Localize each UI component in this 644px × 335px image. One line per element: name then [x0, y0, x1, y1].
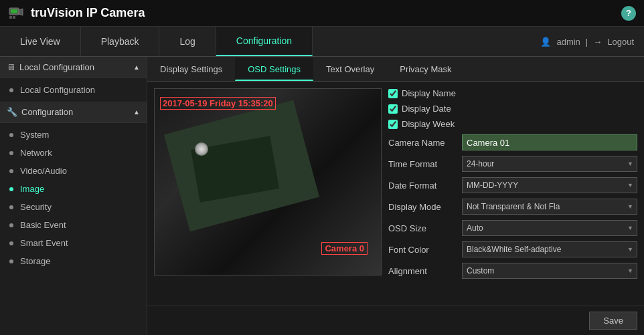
camera-name-input[interactable]: [462, 134, 637, 150]
nav-configuration[interactable]: Configuration: [216, 27, 313, 56]
sidebar-header-local[interactable]: 🖥 Local Configuration ▲: [0, 57, 147, 78]
sidebar-item-storage[interactable]: Storage: [0, 252, 147, 270]
dot-icon: [9, 169, 13, 173]
dot-icon: [9, 205, 13, 209]
main-nav: Live View Playback Log Configuration 👤 a…: [0, 27, 644, 57]
display-name-label: Display Name: [402, 88, 456, 98]
save-button[interactable]: Save: [589, 312, 637, 330]
svg-marker-3: [19, 9, 23, 15]
dot-icon: [9, 241, 13, 245]
display-name-row: Display Name: [388, 88, 637, 98]
tab-text-overlay[interactable]: Text Overlay: [313, 58, 387, 81]
osd-size-select[interactable]: Auto Small Medium Large: [462, 220, 637, 236]
sidebar: 🖥 Local Configuration ▲ Local Configurat…: [0, 57, 147, 335]
alignment-label: Alignment: [388, 266, 462, 276]
display-week-checkbox[interactable]: [388, 120, 398, 129]
logo-icon: [8, 4, 27, 23]
display-mode-row: Display Mode Not Transparent & Not Fla T…: [388, 199, 637, 215]
display-name-checkbox-label[interactable]: Display Name: [388, 88, 456, 98]
content-area: Display Settings OSD Settings Text Overl…: [147, 57, 644, 335]
font-color-select[interactable]: Black&White Self-adaptive Black White Re…: [462, 241, 637, 257]
content-body: 2017-05-19 Friday 15:35:20 Camera 0 Disp…: [147, 82, 644, 306]
tab-display-settings[interactable]: Display Settings: [147, 58, 235, 81]
font-color-row: Font Color Black&White Self-adaptive Bla…: [388, 241, 637, 257]
sidebar-item-image[interactable]: Image: [0, 180, 147, 198]
logout-icon: →: [593, 37, 602, 47]
date-format-select[interactable]: MM-DD-YYYY DD-MM-YYYY YYYY-MM-DD: [462, 177, 637, 193]
sidebar-sub-config: System Network Video/Audio Image Securit…: [0, 123, 147, 273]
sidebar-header-config[interactable]: 🔧 Configuration ▲: [0, 102, 147, 123]
osd-settings-panel: Display Name Display Date Display Week: [388, 88, 637, 299]
main-layout: 🖥 Local Configuration ▲ Local Configurat…: [0, 57, 644, 335]
nav-playback[interactable]: Playback: [81, 27, 160, 56]
sidebar-item-basic-event[interactable]: Basic Event: [0, 216, 147, 234]
nav-user-area: 👤 admin | → Logout: [530, 27, 644, 56]
osd-size-select-wrapper: Auto Small Medium Large: [462, 220, 637, 236]
camera-preview: 2017-05-19 Friday 15:35:20 Camera 0: [154, 88, 382, 275]
monitor-icon: 🖥: [7, 62, 15, 72]
display-name-checkbox[interactable]: [388, 89, 398, 98]
sidebar-item-security[interactable]: Security: [0, 198, 147, 216]
camera-datetime-overlay: 2017-05-19 Friday 15:35:20: [160, 97, 276, 110]
time-format-select[interactable]: 24-hour 12-hour: [462, 156, 637, 172]
nav-log[interactable]: Log: [159, 27, 216, 56]
alignment-select[interactable]: Custom Left Right Center: [462, 263, 637, 279]
sidebar-item-network[interactable]: Network: [0, 144, 147, 162]
logout-link[interactable]: Logout: [607, 37, 634, 47]
user-icon: 👤: [540, 37, 551, 47]
display-mode-label: Display Mode: [388, 202, 462, 212]
sidebar-item-system[interactable]: System: [0, 126, 147, 144]
camera-name-overlay: Camera 0: [321, 242, 368, 255]
username: admin: [556, 37, 580, 47]
wrench-icon: 🔧: [7, 107, 17, 117]
tab-bar: Display Settings OSD Settings Text Overl…: [147, 57, 644, 82]
dot-icon: [9, 88, 13, 92]
sidebar-item-video-audio[interactable]: Video/Audio: [0, 162, 147, 180]
tab-privacy-mask[interactable]: Privacy Mask: [387, 58, 464, 81]
time-format-label: Time Format: [388, 159, 462, 169]
sidebar-section-local: 🖥 Local Configuration ▲ Local Configurat…: [0, 57, 147, 102]
tab-osd-settings[interactable]: OSD Settings: [235, 58, 313, 81]
help-button[interactable]: ?: [621, 6, 636, 21]
nav-live-view[interactable]: Live View: [0, 27, 81, 56]
dot-icon: [9, 187, 13, 191]
display-date-checkbox[interactable]: [388, 104, 398, 114]
display-week-row: Display Week: [388, 119, 637, 129]
svg-rect-5: [13, 16, 15, 19]
chevron-up-icon: ▲: [133, 64, 140, 71]
osd-size-row: OSD Size Auto Small Medium Large: [388, 220, 637, 236]
date-format-label: Date Format: [388, 181, 462, 191]
display-mode-select[interactable]: Not Transparent & Not Fla Transparent & …: [462, 199, 637, 215]
chevron-up-icon-2: ▲: [133, 108, 140, 116]
logo: truVision IP Camera: [8, 4, 145, 23]
dot-icon: [9, 133, 13, 137]
camera-light: [195, 142, 208, 156]
sidebar-section-config-label: Configuration: [21, 107, 73, 117]
dot-icon: [9, 223, 13, 227]
date-format-row: Date Format MM-DD-YYYY DD-MM-YYYY YYYY-M…: [388, 177, 637, 193]
camera-image: 2017-05-19 Friday 15:35:20 Camera 0: [155, 89, 381, 275]
alignment-select-wrapper: Custom Left Right Center: [462, 263, 637, 279]
alignment-row: Alignment Custom Left Right Center: [388, 263, 637, 279]
date-format-select-wrapper: MM-DD-YYYY DD-MM-YYYY YYYY-MM-DD: [462, 177, 637, 193]
display-mode-select-wrapper: Not Transparent & Not Fla Transparent & …: [462, 199, 637, 215]
sidebar-section-config: 🔧 Configuration ▲ System Network Video/A…: [0, 102, 147, 273]
display-week-checkbox-label[interactable]: Display Week: [388, 119, 455, 129]
camera-name-row: Camera Name: [388, 134, 637, 150]
sidebar-item-smart-event[interactable]: Smart Event: [0, 234, 147, 252]
app-title: truVision IP Camera: [31, 6, 145, 20]
svg-rect-2: [11, 9, 17, 13]
time-format-row: Time Format 24-hour 12-hour: [388, 156, 637, 172]
display-date-label: Display Date: [402, 104, 451, 114]
camera-name-label: Camera Name: [388, 138, 462, 148]
svg-rect-4: [9, 16, 12, 19]
display-date-row: Display Date: [388, 104, 637, 114]
display-week-label: Display Week: [402, 119, 455, 129]
sidebar-item-local-configuration[interactable]: Local Configuration: [0, 81, 147, 99]
time-format-select-wrapper: 24-hour 12-hour: [462, 156, 637, 172]
sidebar-section-local-label: Local Configuration: [19, 62, 94, 72]
font-color-label: Font Color: [388, 245, 462, 255]
display-date-checkbox-label[interactable]: Display Date: [388, 104, 451, 114]
content-footer: Save: [147, 306, 644, 335]
sidebar-sub-local: Local Configuration: [0, 78, 147, 102]
